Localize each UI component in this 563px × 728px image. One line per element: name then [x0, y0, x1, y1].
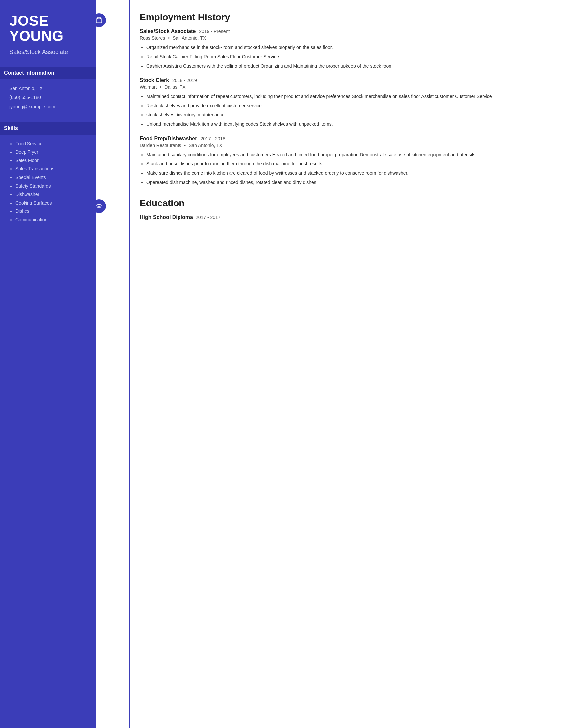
job-entry: Food Prep/Dishwasher2017 - 2018Darden Re… — [140, 136, 548, 186]
skill-item: Sales Floor — [15, 158, 87, 164]
name-line2: YOUNG — [9, 28, 64, 44]
job-bullet: Organized merchandise in the stock- room… — [146, 44, 548, 51]
job-title: Sales/Stock Associate — [140, 28, 196, 34]
employment-title: Employment History — [140, 12, 548, 23]
briefcase-icon — [95, 17, 103, 24]
contact-phone: (650) 555-1180 — [9, 94, 87, 101]
graduation-icon — [95, 203, 103, 210]
candidate-title: Sales/Stock Associate — [9, 48, 87, 56]
education-title: Education — [140, 198, 548, 208]
contact-info-header: Contact Information — [0, 67, 96, 79]
job-dates: 2018 - 2019 — [172, 78, 197, 83]
job-dates: 2019 - Present — [199, 29, 229, 34]
skill-item: Food Service — [15, 141, 87, 147]
job-company: Walmart • Dallas, TX — [140, 84, 548, 90]
job-bullet: Stack and rinse dishes prior to running … — [146, 160, 548, 167]
job-bullets: Maintained sanitary conditions for emplo… — [140, 151, 548, 186]
job-bullet: Maintained contact information of repeat… — [146, 93, 548, 100]
contact-address: San Antonio, TX — [9, 85, 87, 92]
education-degree: High School Diploma — [140, 214, 193, 220]
education-content: Education High School Diploma2017 - 2017 — [140, 198, 548, 220]
education-items: High School Diploma2017 - 2017 — [140, 214, 548, 220]
job-title-row: Food Prep/Dishwasher2017 - 2018 — [140, 136, 548, 142]
candidate-name: JOSE YOUNG — [9, 13, 87, 44]
job-company: Ross Stores • San Antonio, TX — [140, 35, 548, 41]
job-bullets: Organized merchandise in the stock- room… — [140, 44, 548, 69]
employment-icon-circle — [92, 13, 106, 27]
skills-section: Skills Food ServiceDeep FryerSales Floor… — [9, 122, 87, 225]
job-bullet: Make sure dishes the come into kitchen a… — [146, 170, 548, 177]
skills-list: Food ServiceDeep FryerSales FloorSales T… — [9, 141, 87, 223]
skill-item: Deep Fryer — [15, 149, 87, 156]
employment-content: Employment History Sales/Stock Associate… — [140, 12, 548, 186]
skill-item: Dishwasher — [15, 191, 87, 198]
job-bullet: Cashier Assisting Customers with the sel… — [146, 63, 548, 69]
skill-item: Safety Standards — [15, 183, 87, 190]
education-section: Education High School Diploma2017 - 2017 — [116, 198, 548, 220]
education-icon-circle — [92, 199, 106, 213]
sidebar: JOSE YOUNG Sales/Stock Associate Contact… — [0, 0, 96, 728]
skill-item: Sales Transactions — [15, 166, 87, 172]
skill-item: Dishes — [15, 208, 87, 215]
education-item: High School Diploma2017 - 2017 — [140, 214, 548, 220]
employment-section: Employment History Sales/Stock Associate… — [116, 12, 548, 186]
skills-header: Skills — [0, 122, 96, 135]
job-title-row: Stock Clerk2018 - 2019 — [140, 77, 548, 83]
job-bullet: Opereated dish machine, washed and rince… — [146, 179, 548, 186]
job-bullets: Maintained contact information of repeat… — [140, 93, 548, 128]
contact-email: jyoung@example.com — [9, 104, 87, 110]
job-entry: Stock Clerk2018 - 2019Walmart • Dallas, … — [140, 77, 548, 128]
job-bullet: Retail Stock Cashier Fitting Room Sales … — [146, 53, 548, 60]
job-title: Stock Clerk — [140, 77, 169, 83]
skill-item: Cooking Surfaces — [15, 200, 87, 206]
job-company: Darden Restaurants • San Antonio, TX — [140, 143, 548, 148]
skill-item: Special Events — [15, 174, 87, 181]
jobs-container: Sales/Stock Associate2019 - PresentRoss … — [140, 28, 548, 186]
job-title-row: Sales/Stock Associate2019 - Present — [140, 28, 548, 34]
job-bullet: stock shelves, inventory, maintenance — [146, 112, 548, 118]
name-line1: JOSE — [9, 13, 49, 29]
job-bullet: Unload merchandise Mark items with ident… — [146, 121, 548, 128]
education-dates: 2017 - 2017 — [196, 215, 220, 220]
skill-item: Communication — [15, 217, 87, 223]
job-bullet: Restock shelves and provide excellent cu… — [146, 102, 548, 109]
job-title: Food Prep/Dishwasher — [140, 136, 197, 142]
job-entry: Sales/Stock Associate2019 - PresentRoss … — [140, 28, 548, 69]
job-dates: 2017 - 2018 — [200, 136, 225, 141]
main-content: Employment History Sales/Stock Associate… — [96, 0, 563, 728]
job-bullet: Maintained sanitary conditions for emplo… — [146, 151, 548, 158]
